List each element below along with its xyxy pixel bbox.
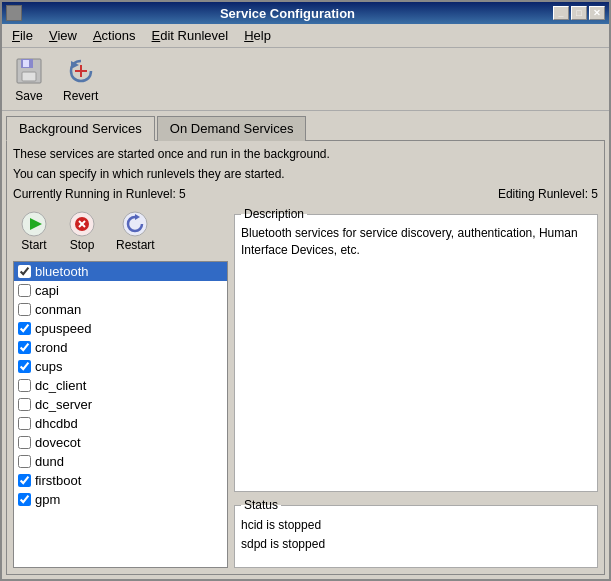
info-line2: You can specify in which runlevels they … xyxy=(13,167,598,181)
runlevel-bar: Currently Running in Runlevel: 5 Editing… xyxy=(13,187,598,201)
status-lines: hcid is stoppedsdpd is stopped xyxy=(241,516,591,554)
service-name: dund xyxy=(35,454,64,469)
service-name: dc_client xyxy=(35,378,86,393)
status-legend: Status xyxy=(241,498,281,512)
status-line: hcid is stopped xyxy=(241,516,591,535)
window-title: Service Configuration xyxy=(22,6,553,21)
service-checkbox[interactable] xyxy=(18,303,31,316)
service-checkbox[interactable] xyxy=(18,360,31,373)
list-item[interactable]: dhcdbd xyxy=(14,414,227,433)
list-item[interactable]: bluetooth xyxy=(14,262,227,281)
tab-bar: Background Services On Demand Services xyxy=(6,115,605,141)
list-item[interactable]: gpm xyxy=(14,490,227,509)
window-icon xyxy=(6,5,22,21)
service-name: capi xyxy=(35,283,59,298)
svg-rect-3 xyxy=(23,60,29,67)
service-checkbox[interactable] xyxy=(18,284,31,297)
revert-icon xyxy=(65,55,97,87)
main-window: Service Configuration _ □ ✕ File View Ac… xyxy=(0,0,611,581)
revert-button[interactable]: Revert xyxy=(58,52,103,106)
service-checkbox[interactable] xyxy=(18,474,31,487)
content-area: Background Services On Demand Services T… xyxy=(2,111,609,579)
service-name: dovecot xyxy=(35,435,81,450)
service-list: bluetoothcapiconmancpuspeedcrondcupsdc_c… xyxy=(14,262,227,509)
stop-label: Stop xyxy=(70,238,95,252)
save-label: Save xyxy=(15,89,42,103)
service-checkbox[interactable] xyxy=(18,341,31,354)
svg-rect-2 xyxy=(22,72,36,81)
list-item[interactable]: cups xyxy=(14,357,227,376)
save-icon xyxy=(13,55,45,87)
service-checkbox[interactable] xyxy=(18,455,31,468)
window-controls: _ □ ✕ xyxy=(553,6,605,20)
left-panel: Start Stop xyxy=(13,207,228,568)
service-checkbox[interactable] xyxy=(18,436,31,449)
tab-background-services[interactable]: Background Services xyxy=(6,116,155,141)
restart-icon xyxy=(121,210,149,238)
main-area: Start Stop xyxy=(13,207,598,568)
service-name: cups xyxy=(35,359,62,374)
menu-file[interactable]: File xyxy=(6,26,39,45)
editing-runlevel: Editing Runlevel: 5 xyxy=(498,187,598,201)
list-item[interactable]: dovecot xyxy=(14,433,227,452)
stop-icon xyxy=(68,210,96,238)
service-name: bluetooth xyxy=(35,264,89,279)
close-button[interactable]: ✕ xyxy=(589,6,605,20)
description-fieldset: Description Bluetooth services for servi… xyxy=(234,207,598,492)
service-name: gpm xyxy=(35,492,60,507)
start-icon xyxy=(20,210,48,238)
list-item[interactable]: dc_server xyxy=(14,395,227,414)
menu-help[interactable]: Help xyxy=(238,26,277,45)
service-name: conman xyxy=(35,302,81,317)
tab-on-demand-services[interactable]: On Demand Services xyxy=(157,116,307,141)
service-name: crond xyxy=(35,340,68,355)
service-name: firstboot xyxy=(35,473,81,488)
status-line: sdpd is stopped xyxy=(241,535,591,554)
service-name: cpuspeed xyxy=(35,321,91,336)
service-name: dhcdbd xyxy=(35,416,78,431)
titlebar: Service Configuration _ □ ✕ xyxy=(2,2,609,24)
restart-button[interactable]: Restart xyxy=(109,207,162,255)
start-button[interactable]: Start xyxy=(13,207,55,255)
minimize-button[interactable]: _ xyxy=(553,6,569,20)
service-checkbox[interactable] xyxy=(18,322,31,335)
service-checkbox[interactable] xyxy=(18,417,31,430)
menu-edit-runlevel[interactable]: Edit Runlevel xyxy=(146,26,235,45)
service-name: dc_server xyxy=(35,397,92,412)
service-checkbox[interactable] xyxy=(18,265,31,278)
tab-content: These services are started once and run … xyxy=(6,141,605,575)
service-checkbox[interactable] xyxy=(18,493,31,506)
list-item[interactable]: cpuspeed xyxy=(14,319,227,338)
list-item[interactable]: capi xyxy=(14,281,227,300)
start-label: Start xyxy=(21,238,46,252)
restart-label: Restart xyxy=(116,238,155,252)
service-list-container[interactable]: bluetoothcapiconmancpuspeedcrondcupsdc_c… xyxy=(13,261,228,568)
toolbar: Save Revert xyxy=(2,48,609,111)
menu-view[interactable]: View xyxy=(43,26,83,45)
list-item[interactable]: dc_client xyxy=(14,376,227,395)
info-line1: These services are started once and run … xyxy=(13,147,598,161)
current-runlevel: Currently Running in Runlevel: 5 xyxy=(13,187,186,201)
maximize-button[interactable]: □ xyxy=(571,6,587,20)
list-item[interactable]: conman xyxy=(14,300,227,319)
revert-label: Revert xyxy=(63,89,98,103)
status-fieldset: Status hcid is stoppedsdpd is stopped xyxy=(234,498,598,568)
service-checkbox[interactable] xyxy=(18,398,31,411)
list-item[interactable]: dund xyxy=(14,452,227,471)
menu-actions[interactable]: Actions xyxy=(87,26,142,45)
description-legend: Description xyxy=(241,207,307,221)
right-panel: Description Bluetooth services for servi… xyxy=(234,207,598,568)
description-text: Bluetooth services for service discovery… xyxy=(241,225,591,259)
list-item[interactable]: crond xyxy=(14,338,227,357)
service-checkbox[interactable] xyxy=(18,379,31,392)
stop-button[interactable]: Stop xyxy=(61,207,103,255)
save-button[interactable]: Save xyxy=(8,52,50,106)
list-item[interactable]: firstboot xyxy=(14,471,227,490)
action-buttons: Start Stop xyxy=(13,207,228,255)
menubar: File View Actions Edit Runlevel Help xyxy=(2,24,609,48)
